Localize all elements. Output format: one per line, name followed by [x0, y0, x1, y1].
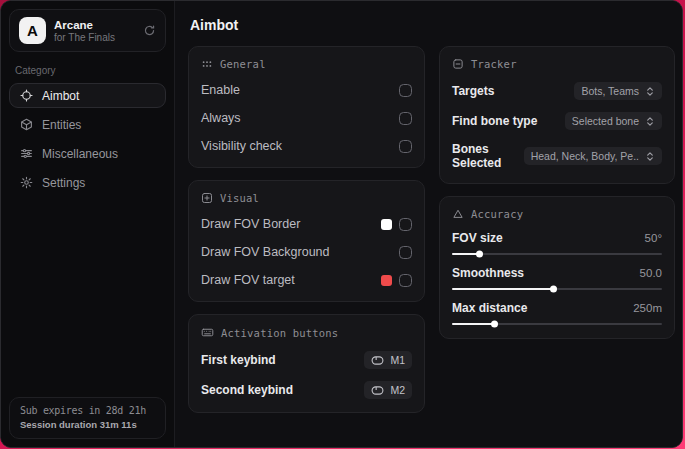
- smoothness-slider[interactable]: [452, 288, 662, 290]
- enable-checkbox[interactable]: [399, 84, 412, 97]
- fov-border-color-swatch[interactable]: [381, 219, 392, 230]
- sidebar-item-settings[interactable]: Settings: [9, 170, 166, 195]
- unfold-icon: [645, 86, 655, 97]
- panel-general-header: General: [201, 58, 412, 70]
- setting-row-always: Always: [201, 110, 412, 126]
- category-label: Category: [15, 65, 160, 76]
- session-duration-text: Session duration 31m 11s: [20, 419, 155, 430]
- main-content: Aimbot General: [175, 1, 682, 447]
- keyboard-icon: [201, 326, 214, 339]
- dropdown-value: Selected bone: [572, 115, 639, 127]
- visibility-check-checkbox[interactable]: [399, 140, 412, 153]
- max-distance-slider[interactable]: [452, 323, 662, 325]
- brand-text: Arcane for The Finals: [54, 19, 135, 43]
- page-title: Aimbot: [190, 17, 669, 33]
- plus-box-icon: [201, 192, 213, 204]
- second-keybind-button[interactable]: M2: [364, 381, 412, 399]
- setting-row-targets: Targets Bots, Teams: [452, 82, 662, 100]
- setting-label: Smoothness: [452, 266, 640, 280]
- left-column: General Enable Always Visibility check: [188, 46, 425, 413]
- sidebar-item-label: Miscellaneous: [42, 147, 118, 161]
- setting-row-draw-fov-border: Draw FOV Border: [201, 216, 412, 232]
- setting-label: Max distance: [452, 301, 633, 315]
- fov-size-setting: FOV size 50°: [452, 231, 662, 255]
- bones-selected-dropdown[interactable]: Head, Neck, Body, Pe..: [524, 147, 662, 165]
- panel-accuracy-header: Accuracy: [452, 208, 662, 220]
- setting-row-first-keybind: First keybind M1: [201, 351, 412, 369]
- panel-visual-header: Visual: [201, 192, 412, 204]
- sidebar-item-miscellaneous[interactable]: Miscellaneous: [9, 141, 166, 166]
- setting-row-enable: Enable: [201, 82, 412, 98]
- sidebar-item-label: Aimbot: [42, 89, 79, 103]
- max-distance-setting: Max distance 250m: [452, 301, 662, 325]
- setting-label: Draw FOV Border: [201, 217, 381, 231]
- smoothness-value: 50.0: [640, 267, 662, 279]
- draw-fov-border-checkbox[interactable]: [399, 218, 412, 231]
- panel-general: General Enable Always Visibility check: [188, 46, 425, 168]
- setting-row-visibility-check: Visibility check: [201, 138, 412, 154]
- setting-row-bones-selected: Bones Selected Head, Neck, Body, Pe..: [452, 142, 662, 170]
- brand-subtitle: for The Finals: [54, 32, 135, 43]
- setting-label: Always: [201, 111, 399, 125]
- brand-card: A Arcane for The Finals: [9, 9, 166, 52]
- gear-icon: [20, 176, 33, 189]
- sidebar-item-label: Entities: [42, 118, 81, 132]
- app-window: A Arcane for The Finals Category: [0, 0, 683, 448]
- panel-activation-header: Activation buttons: [201, 326, 412, 339]
- always-checkbox[interactable]: [399, 112, 412, 125]
- draw-fov-target-checkbox[interactable]: [399, 274, 412, 287]
- setting-row-draw-fov-target: Draw FOV target: [201, 272, 412, 288]
- brand-name: Arcane: [54, 19, 135, 31]
- slider-thumb[interactable]: [550, 286, 557, 293]
- setting-label: Find bone type: [452, 114, 565, 128]
- setting-row-find-bone-type: Find bone type Selected bone: [452, 112, 662, 130]
- cube-icon: [20, 118, 33, 131]
- subscription-card: Sub expires in 28d 21h Session duration …: [9, 397, 166, 439]
- mouse-icon: [371, 386, 384, 395]
- slider-thumb[interactable]: [491, 321, 498, 328]
- find-bone-type-dropdown[interactable]: Selected bone: [565, 112, 662, 130]
- setting-label: Draw FOV target: [201, 273, 381, 287]
- first-keybind-button[interactable]: M1: [364, 351, 412, 369]
- setting-label: Visibility check: [201, 139, 399, 153]
- setting-label: FOV size: [452, 231, 645, 245]
- targets-dropdown[interactable]: Bots, Teams: [574, 82, 662, 100]
- fov-size-value: 50°: [645, 232, 662, 244]
- draw-fov-background-checkbox[interactable]: [399, 246, 412, 259]
- app-logo: A: [19, 17, 46, 44]
- right-column: Tracker Targets Bots, Teams: [439, 46, 675, 339]
- dropdown-value: Head, Neck, Body, Pe..: [531, 150, 639, 162]
- panel-title: Visual: [220, 192, 259, 204]
- fov-target-color-swatch[interactable]: [381, 275, 392, 286]
- panel-title: General: [220, 58, 266, 70]
- sidebar-item-aimbot[interactable]: Aimbot: [9, 83, 166, 108]
- scan-box-icon: [452, 58, 464, 70]
- fov-size-slider[interactable]: [452, 253, 662, 255]
- sidebar-nav: Aimbot Entities: [9, 83, 166, 195]
- max-distance-value: 250m: [633, 302, 662, 314]
- setting-row-second-keybind: Second keybind M2: [201, 381, 412, 399]
- mouse-icon: [371, 356, 384, 365]
- keybind-value: M1: [390, 354, 405, 366]
- refresh-icon[interactable]: [143, 24, 156, 37]
- sub-expiry-text: Sub expires in 28d 21h: [20, 405, 155, 416]
- sidebar-item-label: Settings: [42, 176, 85, 190]
- smoothness-setting: Smoothness 50.0: [452, 266, 662, 290]
- panel-accuracy: Accuracy FOV size 50°: [439, 196, 675, 339]
- slider-thumb[interactable]: [476, 251, 483, 258]
- panel-title: Activation buttons: [221, 327, 338, 339]
- panel-tracker: Tracker Targets Bots, Teams: [439, 46, 675, 184]
- keybind-value: M2: [390, 384, 405, 396]
- setting-row-draw-fov-background: Draw FOV Background: [201, 244, 412, 260]
- unfold-icon: [645, 116, 655, 127]
- setting-label: Enable: [201, 83, 399, 97]
- panel-title: Accuracy: [471, 208, 523, 220]
- setting-label: Targets: [452, 84, 574, 98]
- sidebar: A Arcane for The Finals Category: [1, 1, 175, 447]
- triangle-icon: [452, 208, 464, 220]
- crosshair-icon: [20, 89, 33, 102]
- sliders-icon: [20, 147, 33, 160]
- dropdown-value: Bots, Teams: [581, 85, 639, 97]
- sidebar-item-entities[interactable]: Entities: [9, 112, 166, 137]
- panel-activation-buttons: Activation buttons First keybind M1: [188, 314, 425, 413]
